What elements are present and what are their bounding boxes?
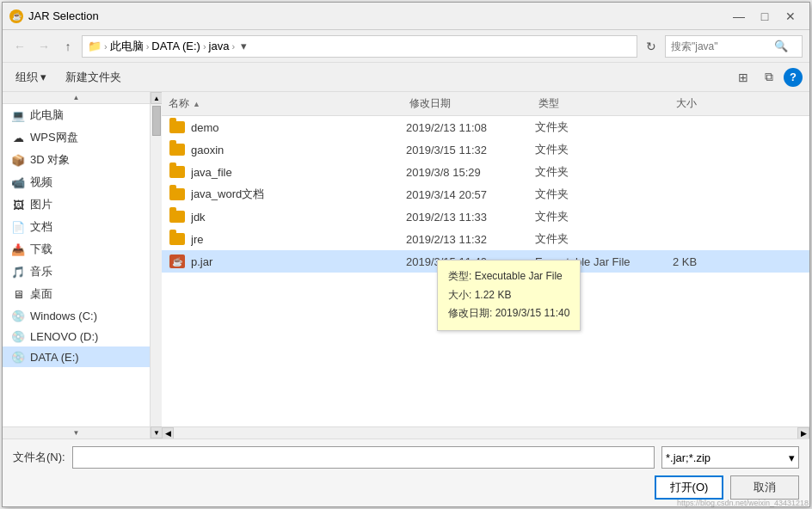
folder-icon-demo — [169, 119, 186, 136]
sidebar-item-lenovo-d[interactable]: 💿 LENOVO (D:) — [3, 326, 150, 346]
breadcrumb-java[interactable]: java — [209, 40, 230, 52]
sidebar-item-videos[interactable]: 📹 视频 — [3, 171, 150, 193]
toolbar-right: ⊞ ⧉ ? — [732, 66, 803, 89]
breadcrumb[interactable]: 📁 › 此电脑 › DATA (E:) › java › ▾ — [82, 35, 637, 58]
file-type-java-file: 文件夹 — [535, 164, 673, 180]
file-date-jdk: 2019/2/13 11:33 — [406, 211, 535, 224]
filename-label: 文件名(N): — [13, 450, 65, 465]
downloads-icon: 📥 — [11, 242, 25, 256]
file-type-jdk: 文件夹 — [535, 209, 673, 224]
sidebar-item-downloads[interactable]: 📥 下载 — [3, 238, 150, 261]
sidebar-item-windows-c[interactable]: 💿 Windows (C:) — [3, 305, 150, 326]
file-name-jre: jre — [191, 233, 406, 246]
file-tooltip: 类型: Executable Jar File 大小: 1.22 KB 修改日期… — [437, 260, 581, 331]
cancel-button[interactable]: 取消 — [730, 475, 799, 500]
search-input[interactable] — [671, 40, 774, 52]
col-header-name[interactable]: 名称 ▲ — [169, 96, 409, 111]
data-e-icon: 💿 — [11, 350, 25, 364]
music-icon: 🎵 — [11, 265, 25, 279]
sidebar-scroll-thumb[interactable] — [152, 106, 161, 136]
col-header-size[interactable]: 大小 — [676, 96, 745, 111]
sidebar-scroll-up[interactable]: ▲ — [3, 92, 150, 104]
sidebar-container: ▲ 💻 此电脑 ☁ WPS网盘 📦 3D 对象 📹 视频 — [3, 92, 162, 438]
sidebar-item-desktop[interactable]: 🖥 桌面 — [3, 283, 150, 305]
sidebar-item-this-pc[interactable]: 💻 此电脑 — [3, 104, 150, 126]
tooltip-date-value: 2019/3/15 11:40 — [495, 307, 570, 319]
buttons-row: 打开(O) 取消 — [13, 475, 799, 500]
sidebar-item-label-documents: 文档 — [30, 219, 52, 235]
breadcrumb-dropdown[interactable]: ▾ — [241, 40, 247, 52]
folder-icon-java-word — [169, 186, 186, 203]
h-scroll-left[interactable]: ◀ — [162, 427, 174, 439]
up-button[interactable]: ↑ — [58, 36, 78, 57]
h-scroll-right[interactable]: ▶ — [797, 427, 809, 439]
organize-label: 组织 — [15, 70, 38, 85]
col-header-date[interactable]: 修改日期 — [409, 96, 538, 111]
desktop-icon: 🖥 — [11, 287, 25, 301]
new-folder-button[interactable]: 新建文件夹 — [59, 66, 127, 89]
minimize-button[interactable]: — — [727, 6, 751, 27]
sidebar-item-label-videos: 视频 — [30, 175, 52, 190]
maximize-button[interactable]: □ — [753, 6, 777, 27]
file-row-demo[interactable]: demo 2019/2/13 11:08 文件夹 — [162, 116, 809, 138]
sidebar-scroll-down[interactable]: ▼ — [3, 426, 150, 438]
bottom-area: 文件名(N): *.jar;*.zip ▾ 打开(O) 取消 — [3, 438, 809, 506]
file-row-java-file[interactable]: java_file 2019/3/8 15:29 文件夹 — [162, 161, 809, 183]
open-button[interactable]: 打开(O) — [655, 475, 723, 500]
view-pane-button[interactable]: ⧉ — [758, 66, 780, 89]
file-row-jdk[interactable]: jdk 2019/2/13 11:33 文件夹 — [162, 205, 809, 228]
breadcrumb-data-e[interactable]: DATA (E:) — [151, 40, 200, 52]
filetype-value: *.jar;*.zip — [666, 451, 710, 464]
file-row-java-word[interactable]: java_word文档 2019/3/14 20:57 文件夹 — [162, 183, 809, 205]
sidebar-scroll-down-arrow[interactable]: ▼ — [151, 426, 163, 438]
sidebar-item-documents[interactable]: 📄 文档 — [3, 216, 150, 238]
tooltip-size-value: 1.22 KB — [475, 289, 512, 301]
sidebar-item-music[interactable]: 🎵 音乐 — [3, 261, 150, 283]
file-row-jre[interactable]: jre 2019/2/13 11:32 文件夹 — [162, 228, 809, 250]
sidebar-scroll-track — [151, 104, 162, 426]
sidebar-item-3d[interactable]: 📦 3D 对象 — [3, 149, 150, 171]
toolbar: 组织 ▾ 新建文件夹 ⊞ ⧉ ? — [3, 63, 809, 92]
file-date-gaoxin: 2019/3/15 11:32 — [406, 144, 535, 156]
file-panel: 名称 ▲ 修改日期 类型 大小 demo 2019/2/13 11: — [162, 92, 809, 438]
sidebar-item-label-music: 音乐 — [30, 264, 52, 279]
horizontal-scrollbar: ◀ ▶ — [162, 426, 809, 438]
sidebar-item-wps-cloud[interactable]: ☁ WPS网盘 — [3, 126, 150, 149]
col-name-label: 名称 — [169, 96, 189, 111]
file-row-gaoxin[interactable]: gaoxin 2019/3/15 11:32 文件夹 — [162, 138, 809, 161]
title-bar: ☕ JAR Selection — □ ✕ — [3, 3, 809, 30]
col-header-type[interactable]: 类型 — [538, 96, 676, 111]
organize-button[interactable]: 组织 ▾ — [9, 66, 52, 89]
this-pc-icon: 💻 — [11, 108, 25, 122]
file-date-java-file: 2019/3/8 15:29 — [406, 166, 535, 179]
close-button[interactable]: ✕ — [778, 6, 803, 27]
forward-button[interactable]: → — [34, 36, 54, 57]
sidebar-scrollbar: ▲ ▼ — [150, 92, 162, 438]
window-title: JAR Selection — [28, 9, 727, 22]
refresh-button[interactable]: ↻ — [641, 36, 661, 57]
watermark: https://blog.csdn.net/weixin_43431218 — [677, 499, 809, 507]
file-type-java-word: 文件夹 — [535, 187, 673, 202]
filetype-select[interactable]: *.jar;*.zip ▾ — [661, 446, 799, 469]
address-bar: ← → ↑ 📁 › 此电脑 › DATA (E:) › java › ▾ ↻ 🔍 — [3, 30, 809, 63]
sidebar-item-label-this-pc: 此电脑 — [30, 107, 64, 123]
back-button[interactable]: ← — [9, 36, 30, 57]
help-button[interactable]: ? — [784, 68, 803, 87]
filename-input[interactable] — [72, 446, 655, 469]
tooltip-type-value: Executable Jar File — [475, 270, 563, 282]
file-type-demo: 文件夹 — [535, 120, 673, 135]
breadcrumb-this-pc[interactable]: 此电脑 — [110, 39, 144, 54]
folder-icon-java-file — [169, 163, 186, 181]
tooltip-date-label: 修改日期: — [448, 307, 492, 319]
filetype-dropdown-arrow: ▾ — [789, 451, 795, 464]
sidebar-item-pictures[interactable]: 🖼 图片 — [3, 193, 150, 216]
view-grid-button[interactable]: ⊞ — [732, 66, 754, 89]
tooltip-size-label: 大小: — [448, 289, 471, 301]
search-icon[interactable]: 🔍 — [774, 40, 788, 52]
sidebar-item-data-e[interactable]: 💿 DATA (E:) — [3, 346, 150, 367]
tooltip-type-label: 类型: — [448, 270, 471, 282]
sidebar-scroll-up-arrow[interactable]: ▲ — [151, 92, 163, 104]
windows-c-icon: 💿 — [11, 309, 25, 322]
search-box[interactable]: 🔍 — [665, 35, 803, 58]
main-content: ▲ 💻 此电脑 ☁ WPS网盘 📦 3D 对象 📹 视频 — [3, 92, 809, 438]
